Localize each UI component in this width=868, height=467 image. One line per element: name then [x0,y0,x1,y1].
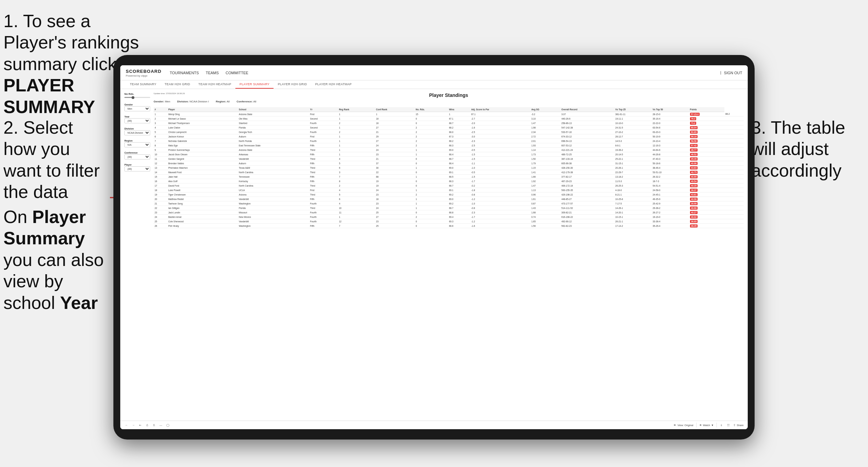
subnav-team-h2h-heatmap[interactable]: TEAM H2H HEATMAP [194,80,235,89]
table-cell: 1 [415,188,448,192]
table-cell: 607-53-12 [560,143,614,148]
table-cell: 1 [338,139,375,143]
table-cell: 1 [338,116,375,121]
table-cell: Matthew Riedel [167,197,238,201]
table-cell: 547-142-38 [560,125,614,130]
table-cell: 1.93 [530,143,560,148]
table-cell: -2.3 [470,139,530,143]
table-cell: 19-11-1 [614,116,652,121]
table-cell: 514-111-52 [560,206,614,210]
toolbar: ← → ⇤ ⎙ ⎘ — ◯ 👁 View: Original 👁 Watch ▼… [120,421,748,429]
table-cell: -1.1 [470,161,530,166]
table-cell: 43.81 [689,192,724,197]
table-cell: 37 [375,161,414,166]
table-cell: 2 [338,130,375,134]
table-cell: 8-6-1 [614,143,652,148]
table-cell: 381-61-11 [614,112,652,116]
table-cell: 387-133-16 [560,157,614,161]
division-select[interactable]: NCAA Division I [124,130,150,135]
table-cell: 58.18 [689,134,724,139]
copy-icon[interactable]: ⎙ [145,423,149,427]
table-cell: -0.8 [470,206,530,210]
subnav-team-summary[interactable]: TEAM SUMMARY [126,80,160,89]
table-cell: 67.3 [448,134,470,139]
table-cell: -0.2 [470,184,530,188]
table-cell: Stanford [238,121,309,125]
share-icon: ⇧ [733,424,736,427]
table-cell: 7 [338,224,375,228]
table-cell: 18 [375,121,414,125]
undo-icon[interactable]: ← [124,423,129,427]
table-cell: 38.98 [689,201,724,206]
download-icon[interactable]: ⇓ [720,423,724,427]
watch-button[interactable]: 👁 Watch ▼ [699,424,714,427]
conference-select[interactable]: (All) [124,154,150,159]
nav-tournaments[interactable]: TOURNAMENTS [170,69,199,76]
table-cell: 40.35 [689,184,724,188]
subnav-team-h2h-grid[interactable]: TEAM H2H GRID [160,80,194,89]
view-original-button[interactable]: 👁 View: Original [674,424,693,427]
filters-panel: No Rds. Gender Men Year [124,92,150,417]
table-cell: Mats Ege [167,143,238,148]
no-rds-slider[interactable] [124,97,150,98]
table-row: 26Petr HrubyWashingtonFifth725068.6-1.61… [154,224,744,228]
table-cell: Vanderbilt [238,157,309,161]
update-time: Update time: 27/03/2024 16:56:26 [154,92,185,95]
subnav-player-summary[interactable]: PLAYER SUMMARY [235,80,274,89]
table-row: 12Brendan ValdesAuburnFifth537068.4-1.11… [154,161,744,166]
year-select[interactable]: (All) [124,118,150,123]
table-cell: Third [309,206,338,210]
table-row: 6Jackson KoivunAuburnFirst129267.3-3.02.… [154,134,744,139]
table-cell: 5 [154,130,167,134]
table-cell: 7 [338,175,375,179]
sign-out-button[interactable]: Sign out [724,69,742,76]
table-row: 14Maxwell FordNorth CarolinaThird322069.… [154,170,744,175]
subnav-player-h2h-grid[interactable]: PLAYER H2H GRID [274,80,311,89]
table-cell: 2.34 [530,130,560,134]
table-cell: -0.5 [470,148,530,152]
table-cell: 1 [338,125,375,130]
table-cell: Second [309,125,338,130]
table-cell: 10 [154,152,167,157]
table-cell: -3.0 [470,134,530,139]
paste-icon[interactable]: ⎘ [152,423,156,427]
nav-committee[interactable]: COMMITTEE [226,69,248,76]
table-cell: Tiger Christensen [167,192,238,197]
redo-icon[interactable]: → [131,423,135,427]
table-cell: 27 [375,125,414,130]
table-cell: 40.27 [689,210,724,215]
table-cell: 406-172-16 [560,184,614,188]
table-cell: 88 [375,175,414,179]
table-cell: 2.72 [530,134,560,139]
table-cell: First [309,188,338,192]
table-cell: 68.4 [448,161,470,166]
player-select[interactable]: (All) [124,166,150,171]
table-cell: 1 [338,143,375,148]
table-cell: 1 [154,112,167,116]
nav-bar: SCOREBOARD Powered by clippi TOURNAMENTS… [120,65,748,80]
table-cell: 309-82-21 [560,210,614,215]
table-cell: Fourth [309,210,338,215]
nav-teams[interactable]: TEAMS [206,69,219,76]
table-cell: 21 [375,130,414,134]
dash-icon[interactable]: — [159,423,163,427]
table-cell: 35-16-4 [652,116,689,121]
table-cell: 2 [415,192,448,197]
instruction-bottom: On Player Summary you can also view by s… [3,206,110,313]
table-cell: 20-26-1 [614,166,652,170]
table-cell: 16 [154,179,167,184]
clock-icon[interactable]: ◯ [166,423,170,427]
col-avg-sg: Avg SG [530,107,560,112]
table-cell: Fifth [309,179,338,184]
table-row: 15Jake HallTennesseeFifth788168.5-1.51.6… [154,175,744,179]
region-select[interactable]: N/A [124,142,150,147]
skip-back-icon[interactable]: ⇤ [138,423,142,427]
share-button[interactable]: ⇧ Share [733,424,744,427]
layout-icon[interactable]: ☷ [726,423,731,427]
subnav-player-h2h-heatmap[interactable]: PLAYER H2H HEATMAP [311,80,356,89]
gender-select[interactable]: Men [124,106,150,111]
table-cell: 698-54-13 [560,139,614,143]
table-cell: 3 [338,170,375,175]
table-cell: 19 [375,184,414,188]
col-wins: Wins [448,107,470,112]
